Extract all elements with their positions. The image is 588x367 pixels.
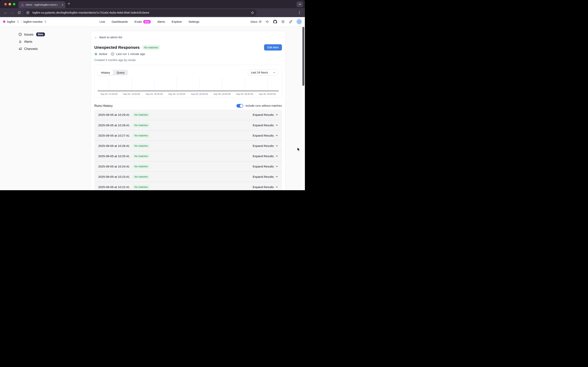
x-tick: Sep 04, 18:00:00	[143, 93, 165, 95]
run-timestamp: 2025-09-05 at 10:28:41	[98, 124, 129, 127]
nav-item-explore[interactable]: Explore	[172, 20, 182, 24]
created-by-text: Created 3 months ago by nicola	[94, 58, 282, 62]
expand-results-button[interactable]: Expand Results	[253, 134, 278, 137]
minimize-window-button[interactable]	[9, 3, 11, 5]
back-arrow-icon: ←	[94, 35, 98, 39]
logfire-favicon	[21, 3, 24, 6]
chevron-down-icon	[275, 175, 278, 178]
chevron-down-icon	[275, 124, 278, 126]
run-timestamp: 2025-09-05 at 10:24:41	[98, 165, 129, 168]
chevron-down-icon	[275, 134, 278, 137]
run-match-badge: No matches	[132, 164, 150, 169]
history-panel: History Query Last 24 hours	[94, 65, 282, 98]
play-circle-icon	[111, 52, 114, 56]
nav-item-alerts[interactable]: Alerts	[157, 20, 165, 24]
breadcrumb-separator: /	[21, 20, 22, 23]
expand-results-button[interactable]: Expand Results	[253, 113, 278, 117]
expand-results-button[interactable]: Expand Results	[253, 185, 278, 189]
browser-toolbar: ← → logfire-us.pydantic.dev/logfire/logf…	[0, 8, 305, 17]
run-timestamp: 2025-09-05 at 10:22:41	[98, 185, 129, 189]
chevron-updown-icon[interactable]	[44, 20, 46, 23]
run-row: 2025-09-05 at 10:29:41 No matches Expand…	[94, 109, 282, 120]
alert-status: Active	[99, 52, 107, 56]
runs-history-heading: Runs History	[94, 104, 113, 108]
run-timestamp: 2025-09-05 at 10:29:41	[98, 113, 129, 117]
nav-item-live[interactable]: Live	[100, 20, 105, 24]
alert-title: Unexpected Responses	[94, 45, 140, 50]
chart-x-axis	[98, 91, 279, 91]
sidebar: Issues Beta Alerts Channels	[18, 32, 45, 51]
run-row: 2025-09-05 at 10:23:41 No matches Expand…	[94, 171, 282, 182]
page-scrollbar-track[interactable]	[302, 26, 305, 190]
theme-toggle-sun-icon[interactable]	[281, 20, 285, 24]
last-run-text: Last run 1 minute ago	[116, 52, 145, 56]
share-link-icon[interactable]	[289, 20, 292, 24]
sidebar-item-issues[interactable]: Issues Beta	[18, 32, 45, 37]
run-timestamp: 2025-09-05 at 10:27:41	[98, 134, 129, 137]
zoom-window-button[interactable]	[13, 3, 15, 5]
site-settings-icon[interactable]	[25, 10, 30, 15]
include-runs-toggle[interactable]	[237, 104, 243, 108]
browser-forward-button[interactable]: →	[9, 10, 15, 16]
close-window-button[interactable]	[4, 3, 7, 5]
expand-results-button[interactable]: Expand Results	[253, 154, 278, 158]
alert-match-badge: No matches	[142, 45, 160, 50]
docs-link[interactable]: Docs	[251, 20, 262, 24]
browser-menu-icon[interactable]	[296, 10, 302, 16]
new-tab-button[interactable]: +	[68, 1, 70, 6]
runs-list: 2025-09-05 at 10:29:41 No matches Expand…	[94, 109, 282, 190]
x-tick: Sep 04, 21:00:00	[165, 93, 188, 95]
x-tick: Sep 05, 00:00:00	[188, 93, 211, 95]
nav-item-dashboards[interactable]: Dashboards	[112, 20, 128, 24]
expand-results-button[interactable]: Expand Results	[253, 165, 278, 168]
header-actions: Docs -	[251, 19, 302, 24]
run-match-badge: No matches	[132, 123, 150, 127]
run-row: 2025-09-05 at 10:24:41 No matches Expand…	[94, 161, 282, 171]
url-text[interactable]: logfire-us.pydantic.dev/logfire/logfire-…	[33, 11, 249, 14]
expand-results-button[interactable]: Expand Results	[253, 175, 278, 179]
github-icon[interactable]	[273, 20, 277, 24]
sidebar-item-alerts[interactable]: Alerts	[18, 39, 45, 44]
tab-query[interactable]: Query	[113, 70, 128, 75]
x-tick: Sep 04, 15:00:00	[120, 93, 143, 95]
chart-gridline	[177, 77, 177, 91]
chevron-down-icon	[275, 113, 278, 116]
run-match-badge: No matches	[132, 112, 150, 117]
tab-search-button[interactable]	[297, 1, 303, 7]
chart-gridline	[245, 77, 245, 91]
user-avatar[interactable]: -	[297, 19, 302, 24]
reload-button[interactable]	[16, 10, 22, 16]
run-row: 2025-09-05 at 10:25:41 No matches Expand…	[94, 151, 282, 161]
org-selector[interactable]: logfire	[7, 20, 15, 24]
tab-history[interactable]: History	[98, 70, 113, 75]
mouse-cursor	[297, 147, 301, 152]
edit-alert-button[interactable]: Edit Alert	[264, 44, 282, 50]
nav-item-settings[interactable]: Settings	[188, 20, 199, 24]
expand-results-button[interactable]: Expand Results	[253, 144, 278, 148]
window-controls	[4, 3, 15, 5]
chart-gridline	[132, 77, 132, 91]
project-selector[interactable]: logfire-monitor	[23, 20, 43, 24]
page-content: Issues Beta Alerts Channels ← Back to al…	[0, 26, 305, 190]
back-to-alerts-link[interactable]: ← Back to alerts list	[94, 35, 282, 39]
browser-back-button[interactable]: ←	[2, 10, 9, 16]
expand-results-button[interactable]: Expand Results	[253, 124, 278, 127]
tab-close-icon[interactable]: ×	[62, 3, 63, 6]
bookmark-star-icon[interactable]	[251, 11, 254, 14]
chart-gridline	[222, 77, 222, 91]
chevron-down-icon	[275, 145, 278, 147]
address-bar[interactable]: logfire-us.pydantic.dev/logfire/logfire-…	[24, 9, 256, 16]
tab-strip: Alerts · logfire/logfire-monitor × +	[0, 0, 305, 8]
run-timestamp: 2025-09-05 at 10:26:41	[98, 144, 129, 148]
slack-icon[interactable]	[266, 20, 269, 24]
run-row: 2025-09-05 at 10:27:41 No matches Expand…	[94, 130, 282, 141]
sidebar-item-channels[interactable]: Channels	[18, 46, 45, 51]
chevron-updown-icon[interactable]	[17, 20, 19, 23]
nav-item-evals[interactable]: Evals beta	[135, 20, 151, 24]
page-scrollbar-thumb[interactable]	[302, 27, 304, 86]
time-range-select[interactable]: Last 24 hours	[248, 69, 279, 75]
logfire-logo	[3, 20, 6, 23]
bell-icon	[18, 40, 22, 43]
megaphone-icon	[18, 47, 22, 50]
browser-tab[interactable]: Alerts · logfire/logfire-monitor ×	[18, 1, 65, 8]
